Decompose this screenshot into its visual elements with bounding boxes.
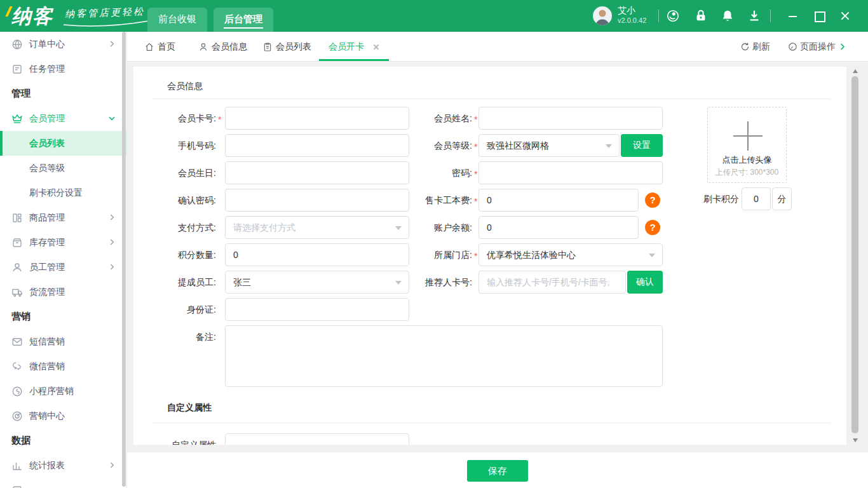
sidebar-scrollbar-thumb[interactable] [122,32,126,487]
support-icon[interactable] [666,9,680,23]
custom-attr-input[interactable] [225,433,409,445]
section-title-member-info: 会员信息 [167,81,203,92]
panel-scrollbar [850,67,860,445]
caret-down-icon [649,254,655,257]
sidebar-item-miniprogram-marketing[interactable]: 小程序营销 [0,379,126,403]
custom-attr-label: 自定义属性 [146,433,216,445]
card-no-input[interactable] [225,107,409,130]
commission-staff-select[interactable]: 张三 [225,271,409,294]
lock-icon[interactable] [694,9,708,23]
sidebar-item-partial[interactable] [0,478,126,488]
remark-textarea[interactable] [225,325,663,387]
id-card-input[interactable] [225,298,409,321]
home-icon [144,42,154,52]
refresh-button[interactable]: 刷新 [740,32,770,62]
sidebar-item-order-center[interactable]: 订单中心 [0,32,126,57]
close-tab-icon[interactable] [372,43,380,51]
footer-bar: 保存 [127,452,868,488]
remark-label: 备注: [146,325,216,348]
store-select[interactable]: 优享希悦生活体验中心 [478,243,663,266]
doc-icon [11,485,23,488]
member-name-input[interactable] [478,107,663,130]
card-fee-input[interactable] [478,189,639,212]
tab-member-info[interactable]: 会员信息 [198,32,247,62]
tab-member-list[interactable]: 会员列表 [262,32,311,62]
balance-input[interactable] [478,216,639,239]
scroll-up-button[interactable] [850,67,860,76]
referrer-input[interactable] [478,271,626,294]
upload-hint: 点击上传头像 [708,154,786,166]
member-level-select[interactable]: 致强社区微网格 [478,134,620,157]
slogan-underline [62,20,151,28]
level-settings-button[interactable]: 设置 [621,134,663,157]
sidebar-item-wechat-marketing[interactable]: 微信营销 [0,354,126,379]
topbar-divider [770,10,771,22]
password-input[interactable] [478,161,663,184]
member-icon [198,42,208,52]
miniprogram-icon [11,386,23,397]
page-operations-button[interactable]: 页面操作 [788,32,836,62]
clipboard-icon [262,42,273,52]
sidebar-item-task-management[interactable]: 任务管理 [0,57,126,81]
tab-member-open-card[interactable]: 会员开卡 [329,32,380,62]
sidebar-item-staff-management[interactable]: 员工管理 [0,255,126,280]
sidebar-item-sms-marketing[interactable]: 短信营销 [0,329,126,354]
sidebar-item-swipe-points-settings[interactable]: 刷卡积分设置 [0,180,126,205]
birthday-input[interactable] [225,161,409,184]
tab-home[interactable]: 首页 [144,32,175,62]
refresh-icon [740,42,750,51]
sidebar-item-member-list[interactable]: 会员列表 [0,131,126,156]
envelope-icon [11,336,23,348]
store-label: 所属门店: [391,243,472,266]
member-name-label: 会员姓名: [391,107,472,130]
referrer-label: 推荐人卡号: [391,271,472,294]
sidebar-item-product-management[interactable]: 商品管理 [0,205,126,230]
pay-method-label: 支付方式: [146,216,216,239]
phone-input[interactable] [225,134,409,157]
card-fee-help-icon[interactable]: ? [645,193,660,208]
scrollbar-thumb[interactable] [851,76,858,433]
user-avatar[interactable] [593,6,612,25]
window-close-button[interactable] [837,8,853,24]
save-button[interactable]: 保存 [467,460,528,482]
sidebar-item-statistics-reports[interactable]: 统计报表 [0,453,126,478]
confirm-password-label: 确认密码: [146,189,216,212]
sidebar-item-inventory-management[interactable]: 库存管理 [0,230,126,255]
bell-icon[interactable] [721,9,735,23]
sidebar-item-member-management[interactable]: 会员管理 [0,106,126,131]
confirm-password-input[interactable] [225,189,409,212]
sidebar-item-marketing-center[interactable]: 营销中心 [0,403,126,428]
nav-backend-admin[interactable]: 后台管理 [214,8,273,32]
referrer-confirm-button[interactable]: 确认 [627,271,663,294]
nav-front-cashier[interactable]: 前台收银 [147,8,207,32]
swipe-points-input[interactable] [742,187,771,210]
card-fee-label: 售卡工本费: [391,189,472,212]
commission-staff-label: 提成员工: [146,271,216,294]
points-input[interactable] [225,243,409,266]
window-minimize-button[interactable] [785,8,801,24]
password-label: 密码: [391,161,472,184]
app-logo: 纳客 [11,3,53,30]
globe-icon [11,39,23,50]
sidebar-item-member-level[interactable]: 会员等级 [0,156,126,180]
balance-help-icon[interactable]: ? [645,220,660,235]
active-tab-underline [319,59,389,61]
window-maximize-button[interactable] [811,8,827,24]
pay-method-select[interactable]: 请选择支付方式 [225,216,409,239]
sidebar-section-data: 数据 [0,428,126,453]
divider [153,423,831,423]
sidebar-item-logistics-management[interactable]: 货流管理 [0,280,126,304]
chevron-right-icon [107,39,116,48]
avatar-upload-box[interactable]: 点击上传头像 上传尺寸: 300*300 [707,107,787,183]
download-icon[interactable] [747,9,761,23]
crown-icon [11,113,23,125]
caret-down-icon [606,144,612,148]
scroll-down-button[interactable] [850,436,860,445]
active-nav-underline [224,27,263,29]
required-mark: * [218,107,224,130]
chevron-right-icon[interactable] [837,42,847,51]
sidebar: 订单中心 任务管理 管理 会员管理 会员列表 会员等级 刷卡积分设置 商品管理 … [0,32,127,488]
topbar: 纳客 纳客管店更轻松 前台收银 后台管理 艾小 v2.0.0.42 [0,0,868,32]
topbar-divider [658,10,659,22]
balance-label: 账户余额: [391,216,472,239]
